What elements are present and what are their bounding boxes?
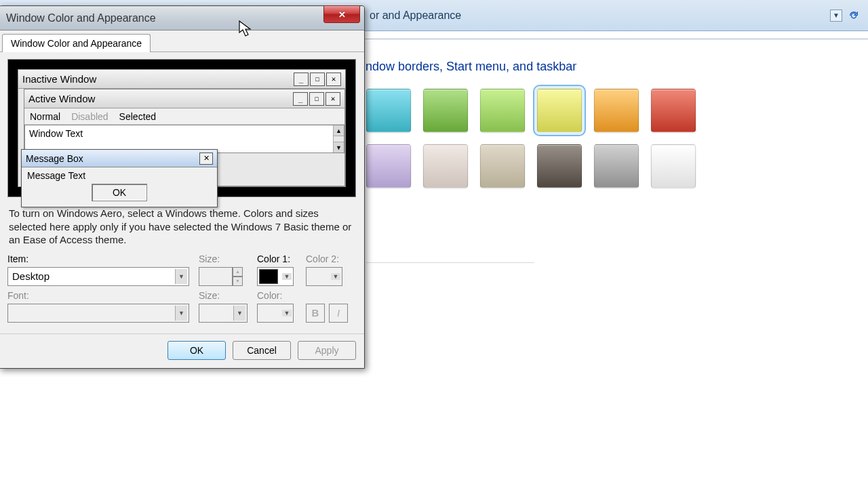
dialog-close-button[interactable]: ✕ (323, 5, 360, 23)
chevron-down-icon: ▼ (282, 273, 292, 280)
spin-up-icon: ▲ (233, 267, 243, 277)
color-swatch-grid (366, 89, 719, 188)
messagebox-text: Message Text (27, 170, 85, 181)
chevron-down-icon: ▼ (175, 269, 187, 284)
appearance-dialog: Window Color and Appearance ✕ Window Col… (0, 5, 365, 369)
size-spinner: ▲ ▼ (199, 267, 248, 286)
color2-label: Color 2: (306, 253, 345, 264)
minimize-icon: _ (293, 92, 308, 106)
color-swatch[interactable] (651, 89, 696, 132)
messagebox-ok-button: OK (92, 184, 147, 201)
font-size-combo: ▼ (199, 304, 248, 323)
color-swatch[interactable] (480, 89, 525, 132)
preview-messagebox: Message Box ✕ Message Text OK (21, 149, 218, 207)
color-swatch[interactable] (423, 89, 468, 132)
size-label: Size: (199, 253, 248, 264)
preview-menubar: Normal Disabled Selected (24, 108, 344, 125)
cancel-button[interactable]: Cancel (233, 341, 291, 360)
control-panel-title: or and Appearance (370, 9, 461, 22)
preview-pane: Inactive Window _ ☐ ✕ Active Window _ ☐ … (7, 59, 356, 197)
window-text: Window Text (29, 128, 83, 139)
color-swatch[interactable] (366, 89, 411, 132)
divider (366, 262, 534, 263)
font-color-combo: ▼ (257, 304, 294, 323)
apply-button[interactable]: Apply (298, 341, 356, 360)
close-icon: ✕ (326, 92, 340, 106)
color-swatch[interactable] (594, 144, 639, 188)
close-icon: ✕ (326, 73, 341, 86)
description-text: To turn on Windows Aero, select a Window… (9, 207, 355, 247)
refresh-icon (848, 10, 859, 21)
chevron-down-icon: ▼ (331, 273, 340, 280)
color1-chip (259, 269, 278, 284)
color-swatch[interactable] (537, 144, 582, 188)
preview-inactive-window: Inactive Window _ ☐ ✕ Active Window _ ☐ … (18, 69, 346, 187)
dialog-title: Window Color and Appearance (6, 12, 156, 24)
color-swatch-selected[interactable] (537, 89, 582, 132)
scroll-up-icon: ▲ (334, 125, 344, 136)
color-swatch[interactable] (366, 144, 411, 188)
address-dropdown-button[interactable]: ▼ (830, 9, 842, 22)
tab-appearance[interactable]: Window Color and Appearance (2, 34, 151, 52)
ok-button[interactable]: OK (167, 341, 226, 360)
chevron-down-icon: ▼ (175, 306, 187, 321)
color-swatch[interactable] (651, 144, 696, 188)
bold-button: B (306, 304, 325, 323)
scroll-down-icon: ▼ (334, 142, 344, 152)
color-heading: indow borders, Start menu, and taskbar (363, 60, 841, 74)
color2-combo: ▼ (306, 267, 342, 286)
active-window-title: Active Window (28, 93, 293, 104)
size2-label: Size: (199, 290, 248, 301)
menu-normal: Normal (30, 111, 60, 122)
font-color-label: Color: (257, 290, 296, 301)
preview-active-window: Active Window _ ☐ ✕ Normal Disabled Sele… (24, 89, 345, 186)
menu-selected: Selected (119, 111, 156, 122)
size-input (199, 267, 233, 286)
item-label: Item: (7, 253, 189, 264)
refresh-button[interactable] (846, 8, 861, 23)
maximize-icon: ☐ (310, 73, 325, 86)
color1-combo[interactable]: ▼ (257, 267, 294, 286)
preview-scrollbar: ▲ ▼ (333, 125, 344, 152)
color-swatch[interactable] (594, 89, 639, 132)
maximize-icon: ☐ (309, 92, 324, 106)
chevron-down-icon: ▼ (233, 306, 245, 321)
font-label: Font: (7, 290, 189, 301)
color-swatch[interactable] (480, 144, 525, 188)
spin-down-icon: ▼ (233, 277, 243, 286)
italic-button: I (329, 304, 348, 323)
inactive-window-title: Inactive Window (22, 73, 294, 85)
item-value: Desktop (12, 270, 50, 282)
menu-disabled: Disabled (71, 111, 108, 122)
dialog-footer: OK Cancel Apply (0, 333, 364, 368)
dialog-tabs: Window Color and Appearance (0, 30, 364, 52)
close-icon: ✕ (199, 152, 213, 165)
color-swatch[interactable] (423, 144, 468, 188)
minimize-icon: _ (294, 73, 309, 86)
close-icon: ✕ (338, 9, 346, 20)
font-combo: ▼ (7, 304, 189, 323)
dialog-titlebar[interactable]: Window Color and Appearance ✕ (0, 6, 364, 30)
chevron-down-icon: ▼ (282, 310, 292, 317)
item-combo[interactable]: Desktop ▼ (7, 267, 189, 286)
messagebox-title: Message Box (26, 153, 83, 164)
color1-label: Color 1: (257, 253, 296, 264)
